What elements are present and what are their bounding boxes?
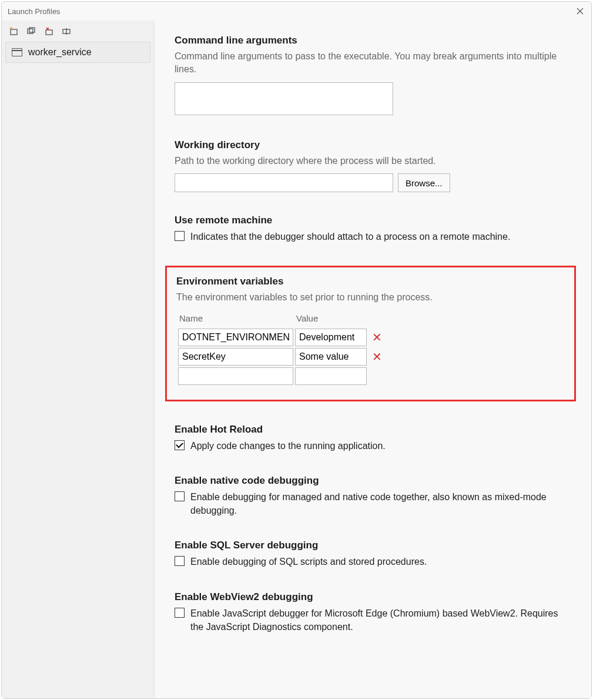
duplicate-profile-icon[interactable] [26, 26, 36, 36]
workdir-title: Working directory [175, 139, 570, 151]
env-delete-button[interactable]: ✕ [368, 350, 386, 363]
new-profile-icon[interactable] [9, 26, 18, 36]
close-button[interactable] [575, 6, 585, 16]
section-native-debug: Enable native code debugging Enable debu… [175, 475, 570, 517]
delete-profile-icon[interactable] [44, 26, 53, 36]
remote-label: Indicates that the debugger should attac… [190, 230, 570, 243]
section-workdir: Working directory Path to the working di… [175, 139, 570, 192]
hotreload-label: Apply code changes to the running applic… [190, 439, 570, 453]
native-title: Enable native code debugging [175, 475, 570, 487]
env-row: ✕ [178, 348, 386, 366]
native-checkbox[interactable] [175, 491, 185, 501]
svg-rect-0 [11, 29, 17, 35]
env-name-input[interactable] [178, 329, 293, 346]
native-label: Enable debugging for managed and native … [190, 490, 570, 517]
profile-item-worker-service[interactable]: worker_service [5, 42, 150, 63]
profile-label: worker_service [28, 47, 92, 58]
webview2-label: Enable JavaScript debugger for Microsoft… [190, 607, 570, 634]
project-icon [12, 48, 22, 56]
env-header-value: Value [295, 312, 367, 327]
webview2-checkbox[interactable] [175, 608, 185, 618]
cmdline-title: Command line arguments [175, 35, 570, 46]
remote-title: Use remote machine [175, 215, 570, 226]
section-hot-reload: Enable Hot Reload Apply code changes to … [175, 424, 570, 453]
env-value-input[interactable] [295, 329, 367, 346]
webview2-title: Enable WebView2 debugging [175, 591, 570, 603]
env-value-input[interactable] [295, 367, 367, 385]
env-table: Name Value ✕ ✕ [176, 310, 387, 387]
section-cmdline: Command line arguments Command line argu… [175, 35, 570, 117]
section-remote: Use remote machine Indicates that the de… [175, 215, 570, 243]
rename-profile-icon[interactable] [62, 26, 71, 36]
workdir-desc: Path to the working directory where the … [175, 155, 570, 168]
remote-checkbox[interactable] [175, 231, 185, 241]
env-title: Environment variables [176, 276, 565, 287]
cmdline-desc: Command line arguments to pass to the ex… [175, 50, 570, 76]
env-value-input[interactable] [295, 348, 367, 366]
env-delete-button[interactable]: ✕ [368, 331, 386, 344]
launch-profiles-window: Launch Profiles w [1, 1, 592, 699]
browse-button[interactable]: Browse... [398, 173, 450, 192]
workdir-input[interactable] [175, 173, 393, 192]
sql-title: Enable SQL Server debugging [175, 540, 570, 551]
sql-checkbox[interactable] [175, 556, 185, 566]
section-webview2-debug: Enable WebView2 debugging Enable JavaScr… [175, 591, 570, 634]
env-name-input[interactable] [178, 367, 293, 385]
cmdline-input[interactable] [175, 82, 393, 115]
env-header-name: Name [178, 312, 293, 327]
sql-label: Enable debugging of SQL scripts and stor… [190, 555, 570, 568]
env-desc: The environment variables to set prior t… [176, 291, 565, 304]
profile-toolbar [5, 24, 150, 42]
svg-rect-2 [29, 28, 35, 32]
env-name-input[interactable] [178, 348, 293, 366]
hotreload-title: Enable Hot Reload [175, 424, 570, 436]
svg-rect-3 [46, 30, 52, 35]
env-row [178, 367, 386, 385]
close-icon [577, 8, 584, 15]
section-env-variables: Environment variables The environment va… [165, 266, 576, 401]
window-title: Launch Profiles [8, 7, 575, 16]
sidebar: worker_service [2, 21, 155, 698]
content-panel: Command line arguments Command line argu… [155, 21, 591, 698]
env-row: ✕ [178, 329, 386, 346]
titlebar: Launch Profiles [2, 2, 591, 21]
svg-rect-1 [28, 29, 33, 34]
hotreload-checkbox[interactable] [175, 440, 185, 450]
section-sql-debug: Enable SQL Server debugging Enable debug… [175, 540, 570, 568]
